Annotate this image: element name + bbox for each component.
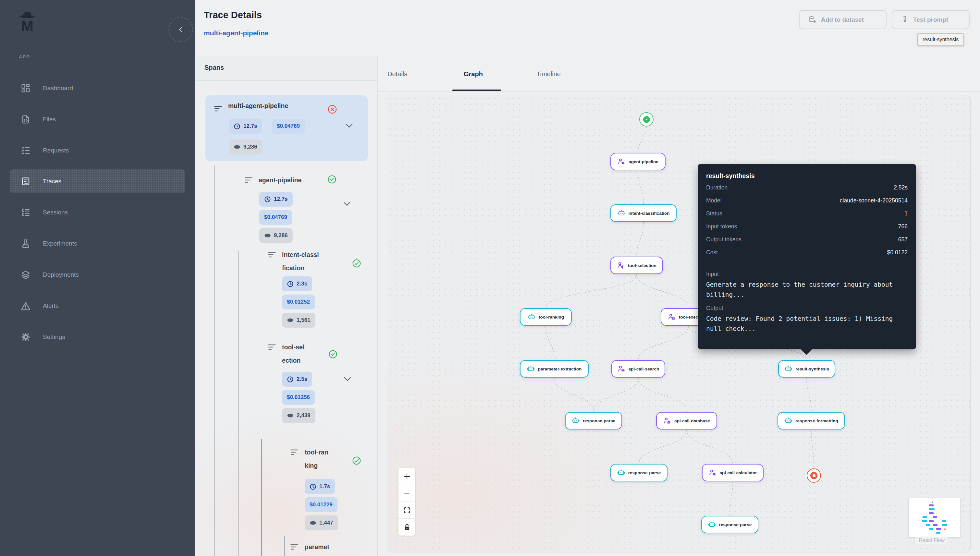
spans-panel: Spans multi-agent-pipeline 12.7s $0.0476… xyxy=(195,56,378,556)
chevron-down-icon[interactable] xyxy=(343,202,351,207)
trace-name-link[interactable]: multi-agent-pipeline xyxy=(204,29,269,37)
graph-node-api-call-search[interactable]: api-call-search xyxy=(611,360,665,378)
minimap-node xyxy=(929,528,933,530)
minimap-node xyxy=(942,524,947,526)
graph-canvas[interactable]: agent-pipeline intent-classification too… xyxy=(387,95,970,553)
graph-node-parameter-extraction[interactable]: parameter-extraction xyxy=(520,360,589,378)
node-detail-tooltip: result-synthesis Duration2.52s Modelclau… xyxy=(698,164,916,349)
chevron-down-icon[interactable] xyxy=(345,123,353,128)
sidebar-item-traces[interactable]: Traces xyxy=(10,169,185,193)
tokens-badge: 1,561 xyxy=(282,313,315,328)
graph-node-response-parse-3[interactable]: response-parse xyxy=(701,516,758,533)
graph-node-api-call-database[interactable]: api-call-database xyxy=(656,412,717,430)
chevron-left-icon xyxy=(177,26,184,33)
node-label: parameter-extraction xyxy=(538,367,582,372)
tooltip-title: result-synthesis xyxy=(706,172,908,180)
react-flow-attribution: React Flow xyxy=(915,537,948,544)
graph-node-agent-pipeline[interactable]: agent-pipeline xyxy=(610,153,666,170)
zoom-in-button[interactable] xyxy=(398,468,416,485)
tooltip-arrow xyxy=(801,349,812,355)
minimap-node xyxy=(923,516,927,518)
agent-icon xyxy=(663,417,671,425)
spans-panel-title: Spans xyxy=(204,64,224,71)
sidebar-item-requests[interactable]: Requests xyxy=(10,139,185,163)
play-icon xyxy=(643,116,650,123)
chevron-down-icon[interactable] xyxy=(343,377,352,382)
graph-node-tool-selection[interactable]: tool-selection xyxy=(610,257,663,274)
sidebar-section-label: APP xyxy=(19,54,30,59)
span-type-icon xyxy=(267,344,276,351)
sidebar-item-label: Experiments xyxy=(43,240,77,247)
duration-badge: 12.7s xyxy=(229,119,262,134)
sidebar-item-files[interactable]: Files xyxy=(10,107,185,131)
graph-node-response-formatting[interactable]: response-formatting xyxy=(778,412,845,430)
duration-badge: 2.5s xyxy=(282,372,312,387)
clock-icon xyxy=(310,483,316,490)
tab-details[interactable]: Details xyxy=(388,56,407,92)
success-circle-icon xyxy=(327,175,336,184)
tab-graph[interactable]: Graph xyxy=(464,56,483,92)
active-tab-underline xyxy=(452,89,501,91)
sidebar-item-label: Dashboard xyxy=(43,85,73,92)
zoom-out-button[interactable] xyxy=(398,485,416,502)
robot-icon xyxy=(784,417,792,425)
tooltip-output-label: Output xyxy=(706,305,908,312)
robot-icon xyxy=(708,520,716,529)
file-code-icon xyxy=(21,115,31,124)
sidebar-item-alerts[interactable]: Alerts xyxy=(10,294,185,318)
graph-node-api-call-calculator[interactable]: api-call-calculator xyxy=(702,464,763,482)
tokens-badge: 9,286 xyxy=(229,139,262,154)
token-coin-icon xyxy=(287,318,294,323)
minimap-node xyxy=(926,524,930,526)
svg-text:M: M xyxy=(21,18,34,34)
node-label: response-parse xyxy=(719,522,752,527)
graph-node-intent-classification[interactable]: intent-classification xyxy=(610,204,677,222)
sidebar-item-sessions[interactable]: Sessions xyxy=(10,200,185,225)
add-to-dataset-button[interactable]: Add to dataset xyxy=(799,10,886,29)
span-row-multi-agent-pipeline[interactable]: multi-agent-pipeline 12.7s $0.04769 9,28… xyxy=(205,95,368,161)
sidebar-item-label: Requests xyxy=(43,147,69,154)
end-node[interactable] xyxy=(807,469,821,483)
sidebar-collapse-button[interactable] xyxy=(168,17,193,42)
sidebar-item-experiments[interactable]: Experiments xyxy=(10,232,185,255)
node-label: result-synthesis xyxy=(796,367,829,372)
page-title: Trace Details xyxy=(204,10,262,21)
graph-node-response-parse-1[interactable]: response-parse xyxy=(565,412,622,430)
tab-timeline[interactable]: Timeline xyxy=(537,56,561,92)
gear-icon xyxy=(21,332,31,342)
span-name: multi-agent-pipeline xyxy=(228,99,288,113)
node-label: tool-selection xyxy=(628,263,657,268)
graph-node-tool-ranking[interactable]: tool-ranking xyxy=(520,308,572,326)
tooltip-row: Input tokens766 xyxy=(706,223,908,236)
sidebar-item-dashboard[interactable]: Dashboard xyxy=(10,76,185,100)
span-name: tool-ranking xyxy=(305,446,329,472)
agent-icon xyxy=(709,469,716,477)
tooltip-row: Duration2.52s xyxy=(706,184,908,197)
sidebar-item-deployments[interactable]: Deployments xyxy=(10,263,185,287)
graph-controls xyxy=(398,468,416,535)
flask-icon xyxy=(21,239,31,249)
tree-indent-guide xyxy=(261,439,262,556)
start-node[interactable] xyxy=(639,112,653,126)
success-circle-icon xyxy=(352,456,361,465)
clock-icon xyxy=(234,123,241,130)
traces-icon xyxy=(21,176,31,186)
dashboard-icon xyxy=(21,83,31,93)
tree-indent-guide xyxy=(284,536,285,556)
lock-button[interactable] xyxy=(398,519,416,535)
sidebar-item-settings[interactable]: Settings xyxy=(10,325,185,349)
tokens-badge: 2,439 xyxy=(282,408,315,423)
minimap-node xyxy=(929,508,935,510)
fit-view-button[interactable] xyxy=(398,502,416,519)
graph-node-response-parse-2[interactable]: response-parse xyxy=(610,464,668,482)
spans-panel-header: Spans xyxy=(195,56,377,81)
test-prompt-button[interactable]: Test prompt xyxy=(892,10,970,29)
graph-minimap[interactable] xyxy=(908,498,960,538)
minimap-node xyxy=(936,532,940,533)
node-label: agent-pipeline xyxy=(629,159,658,164)
robot-icon xyxy=(572,417,580,425)
graph-node-result-synthesis[interactable]: result-synthesis xyxy=(778,360,835,378)
sidebar-item-label: Alerts xyxy=(43,302,59,309)
cost-badge: $0.01229 xyxy=(305,497,338,512)
sidebar-item-label: Traces xyxy=(43,178,61,185)
